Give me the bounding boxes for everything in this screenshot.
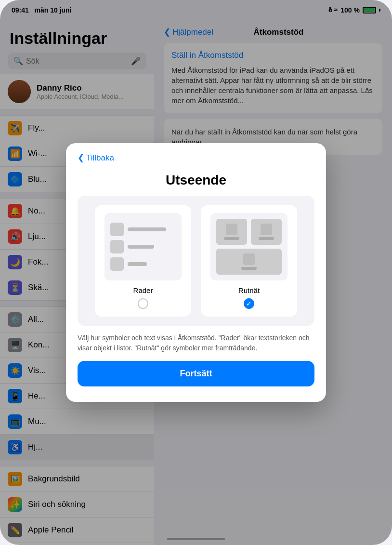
rader-preview xyxy=(105,213,182,280)
option-rutnat[interactable]: Rutnät ✓ xyxy=(201,205,297,317)
continue-button[interactable]: Fortsätt xyxy=(78,361,314,386)
grid-text xyxy=(259,237,274,240)
grid-text xyxy=(224,237,239,240)
option-rader[interactable]: Rader xyxy=(95,205,191,317)
preview-lines-1 xyxy=(128,227,176,231)
grid-icon xyxy=(261,224,272,235)
preview-row-1 xyxy=(110,223,176,236)
rutnat-radio[interactable]: ✓ xyxy=(244,298,254,309)
grid-cell-3 xyxy=(216,249,282,275)
preview-row-3 xyxy=(110,257,176,271)
modal-overlay: ❮ Tillbaka Utseende xyxy=(0,0,392,545)
modal-description: Välj hur symboler och text visas i Åtkom… xyxy=(78,333,314,353)
rutnat-preview xyxy=(210,213,287,280)
preview-icon-1 xyxy=(110,223,124,236)
modal-back-label: Tillbaka xyxy=(86,153,114,163)
grid-icon xyxy=(226,224,237,235)
modal-title: Utseende xyxy=(66,163,326,196)
preview-icon-3 xyxy=(110,257,124,271)
modal-chevron-icon: ❮ xyxy=(78,153,84,163)
preview-icon-2 xyxy=(110,240,124,253)
modal: ❮ Tillbaka Utseende xyxy=(66,143,326,402)
modal-nav: ❮ Tillbaka xyxy=(66,143,326,163)
rader-radio[interactable] xyxy=(138,298,148,309)
grid-icon xyxy=(243,253,255,265)
preview-row-2 xyxy=(110,240,176,253)
modal-back-button[interactable]: ❮ Tillbaka xyxy=(78,153,114,163)
rader-name: Rader xyxy=(133,286,153,294)
grid-cell-2 xyxy=(251,219,282,245)
rutnat-name: Rutnät xyxy=(238,286,260,294)
preview-lines-2 xyxy=(128,245,176,249)
options-area: Rader xyxy=(78,196,314,326)
grid-text xyxy=(241,267,257,270)
preview-lines-3 xyxy=(128,262,176,266)
preview-line xyxy=(128,245,154,249)
preview-line xyxy=(128,262,147,266)
grid-cell-1 xyxy=(216,219,247,245)
preview-line xyxy=(128,227,166,231)
